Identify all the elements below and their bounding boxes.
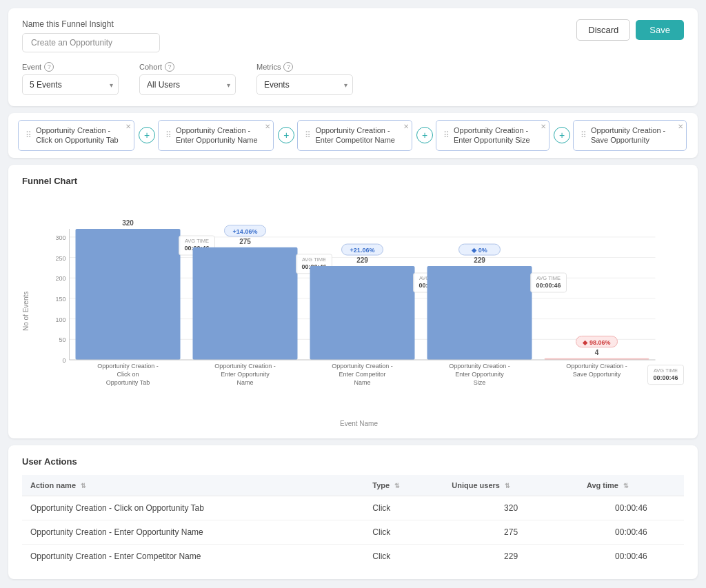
step-close-icon[interactable]: ✕ xyxy=(125,123,131,130)
cell-type: Click xyxy=(364,496,443,520)
metrics-filter: Metrics ? Events xyxy=(256,62,353,95)
svg-text:275: 275 xyxy=(239,237,251,245)
svg-text:AVG TIME: AVG TIME xyxy=(185,238,209,244)
svg-text:Click on: Click on xyxy=(117,371,139,378)
svg-text:Opportunity Creation -: Opportunity Creation - xyxy=(97,363,159,369)
svg-text:Opportunity Creation -: Opportunity Creation - xyxy=(332,363,393,369)
table-row: Opportunity Creation - Enter Competitor … xyxy=(22,544,684,568)
top-header: Name this Funnel Insight Create an Oppor… xyxy=(22,19,684,52)
step-drag-handle[interactable]: ⠿ xyxy=(165,130,172,140)
svg-text:50: 50 xyxy=(59,336,65,343)
svg-text:Opportunity Creation -: Opportunity Creation - xyxy=(214,363,276,369)
table-body: Opportunity Creation - Click on Opportun… xyxy=(22,496,684,568)
sort-type-icon[interactable]: ⇅ xyxy=(394,483,400,489)
chart-card: Funnel Chart No of Events 05010015020025… xyxy=(8,165,698,438)
cell-users: 229 xyxy=(443,544,578,568)
svg-text:Enter Opportunity: Enter Opportunity xyxy=(455,371,504,378)
svg-text:Size: Size xyxy=(474,379,486,386)
step-close-icon[interactable]: ✕ xyxy=(403,123,409,130)
step-item: ⠿ Opportunity Creation - Enter Competito… xyxy=(297,120,412,151)
step-label: Opportunity Creation - Enter Opportunity… xyxy=(176,125,266,145)
table-title: User Actions xyxy=(22,456,684,467)
step-item: ⠿ Opportunity Creation - Enter Opportuni… xyxy=(158,120,274,151)
cohort-select-wrapper: All Users xyxy=(139,74,236,95)
funnel-chart-svg: 050100150200250300320AVG TIME00:00:46Opp… xyxy=(34,194,684,415)
sort-avgtime-icon[interactable]: ⇅ xyxy=(623,483,629,489)
cell-type: Click xyxy=(364,544,443,568)
step-close-icon[interactable]: ✕ xyxy=(541,123,546,130)
step-add-button[interactable]: + xyxy=(416,127,433,143)
svg-text:AVG TIME: AVG TIME xyxy=(536,275,561,281)
bar-rect[interactable] xyxy=(76,229,181,360)
cohort-help-icon[interactable]: ? xyxy=(165,62,174,72)
svg-text:Opportunity Tab: Opportunity Tab xyxy=(106,379,150,386)
metrics-select[interactable]: Events xyxy=(256,74,353,95)
event-help-icon[interactable]: ? xyxy=(44,62,54,72)
bar-rect[interactable] xyxy=(427,266,532,360)
step-close-icon[interactable]: ✕ xyxy=(678,123,683,130)
svg-text:Enter Opportunity: Enter Opportunity xyxy=(221,371,270,378)
cell-action: Opportunity Creation - Enter Opportunity… xyxy=(22,520,364,544)
svg-text:00:00:46: 00:00:46 xyxy=(536,282,561,289)
step-label: Opportunity Creation - Enter Competitor … xyxy=(315,125,405,145)
cohort-filter: Cohort ? All Users xyxy=(139,62,236,95)
step-drag-handle[interactable]: ⠿ xyxy=(26,130,32,140)
step-item: ⠿ Opportunity Creation - Click on Opport… xyxy=(18,120,134,151)
svg-text:Enter Competitor: Enter Competitor xyxy=(339,371,385,378)
cell-avgtime: 00:00:46 xyxy=(578,544,684,568)
metrics-select-wrapper: Events xyxy=(256,74,353,95)
top-actions: Discard Save xyxy=(576,19,684,41)
steps-row: ⠿ Opportunity Creation - Click on Opport… xyxy=(18,120,688,151)
cell-avgtime: 00:00:46 xyxy=(578,496,684,520)
metrics-label: Metrics ? xyxy=(256,62,353,72)
step-label: Opportunity Creation - Click on Opportun… xyxy=(36,125,127,145)
svg-text:300: 300 xyxy=(55,234,65,241)
cohort-label: Cohort ? xyxy=(139,62,236,72)
svg-text:AVG TIME: AVG TIME xyxy=(654,367,678,373)
insight-input[interactable]: Create an Opportunity xyxy=(22,33,160,52)
step-add-button[interactable]: + xyxy=(139,127,155,143)
cell-type: Click xyxy=(364,520,443,544)
svg-text:4: 4 xyxy=(595,348,599,356)
svg-text:320: 320 xyxy=(122,219,134,227)
col-action: Action name ⇅ xyxy=(22,475,364,496)
svg-text:Opportunity Creation -: Opportunity Creation - xyxy=(566,363,627,369)
bar-rect[interactable] xyxy=(310,266,415,360)
steps-card: ⠿ Opportunity Creation - Click on Opport… xyxy=(8,113,698,158)
event-select[interactable]: 5 Events xyxy=(22,74,119,95)
svg-text:200: 200 xyxy=(55,275,65,282)
svg-text:◆ 0%: ◆ 0% xyxy=(471,247,487,254)
step-label: Opportunity Creation - Enter Opportunity… xyxy=(454,125,542,145)
step-add-button[interactable]: + xyxy=(554,127,570,143)
step-item: ⠿ Opportunity Creation - Save Opportunit… xyxy=(573,120,687,151)
cell-avgtime: 00:00:46 xyxy=(578,520,684,544)
svg-text:Opportunity Creation -: Opportunity Creation - xyxy=(449,363,510,369)
step-drag-handle[interactable]: ⠿ xyxy=(443,130,450,140)
metrics-help-icon[interactable]: ? xyxy=(283,62,293,72)
col-avgtime: Avg time ⇅ xyxy=(578,475,684,496)
table-header: Action name ⇅ Type ⇅ Unique users ⇅ Avg … xyxy=(22,475,684,496)
sort-users-icon[interactable]: ⇅ xyxy=(505,483,510,489)
step-drag-handle[interactable]: ⠿ xyxy=(305,130,311,140)
bar-rect[interactable] xyxy=(193,247,298,359)
discard-button[interactable]: Discard xyxy=(576,19,630,41)
step-add-button[interactable]: + xyxy=(278,127,294,143)
step-close-icon[interactable]: ✕ xyxy=(265,123,270,130)
svg-text:229: 229 xyxy=(474,256,485,264)
svg-text:◆ 98.06%: ◆ 98.06% xyxy=(582,338,610,345)
save-button[interactable]: Save xyxy=(636,20,684,40)
header-card: Name this Funnel Insight Create an Oppor… xyxy=(8,8,698,106)
cohort-select[interactable]: All Users xyxy=(139,74,236,95)
svg-text:Name: Name xyxy=(354,379,370,386)
chart-area: No of Events 050100150200250300320AVG TI… xyxy=(22,194,684,427)
filters-row: Event ? 5 Events Cohort ? All Users xyxy=(22,62,684,95)
step-drag-handle[interactable]: ⠿ xyxy=(581,130,587,140)
svg-text:Save Opportunity: Save Opportunity xyxy=(573,371,621,378)
event-select-wrapper: 5 Events xyxy=(22,74,119,95)
event-label: Event ? xyxy=(22,62,119,72)
svg-text:150: 150 xyxy=(55,296,65,303)
sort-action-icon[interactable]: ⇅ xyxy=(81,483,86,489)
svg-text:AVG TIME: AVG TIME xyxy=(302,256,326,262)
cell-action: Opportunity Creation - Enter Competitor … xyxy=(22,544,364,568)
svg-text:00:00:46: 00:00:46 xyxy=(653,374,678,381)
